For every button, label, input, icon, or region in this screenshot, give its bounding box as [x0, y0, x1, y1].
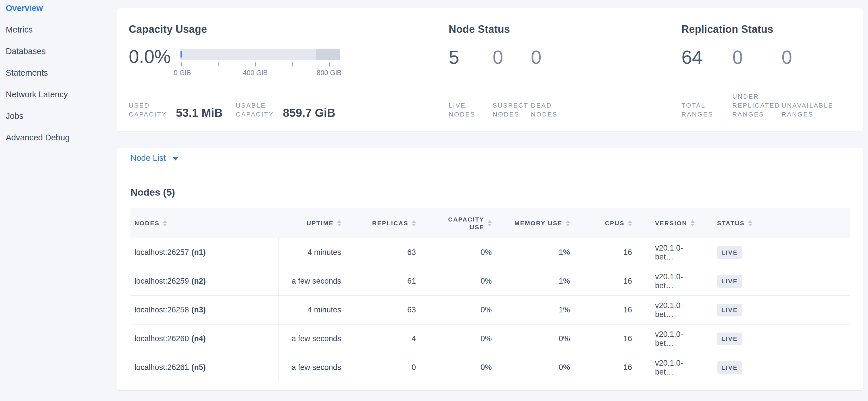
capacity-axis-labels: 0 GiB 400 GiB 800 GiB — [180, 69, 340, 77]
sort-icon — [337, 220, 341, 226]
used-capacity-stat: USED CAPACITY 53.1 MiB — [129, 101, 222, 119]
table-row: localhost:26260 (n4) a few seconds 4 0% … — [130, 324, 850, 353]
column-header-version[interactable]: VERSION — [635, 208, 697, 238]
capacity-use-cell: 0% — [419, 324, 495, 353]
column-header-status[interactable]: STATUS — [697, 208, 850, 238]
status-cell: LIVE — [697, 296, 850, 324]
memory-use-cell: 0% — [495, 353, 573, 382]
status-badge: LIVE — [717, 304, 742, 316]
column-header-nodes[interactable]: NODES — [130, 208, 279, 238]
nodes-table: NODES UPTIME REPLICAS CAPACITY USE — [130, 208, 850, 382]
node-list-card: Node List Nodes (5) NODES UPTIME — [117, 148, 863, 391]
chevron-down-icon — [173, 157, 179, 161]
usable-capacity-stat: USABLE CAPACITY 859.7 GiB — [236, 101, 335, 119]
total-ranges-value: 64 — [681, 47, 732, 67]
node-link[interactable]: localhost:26260 (n4) — [130, 324, 279, 353]
capacity-usage-title: Capacity Usage — [129, 23, 445, 35]
unavailable-ranges-label: UNAVAILABLE RANGES — [781, 101, 851, 119]
axis-label-0gib: 0 GiB — [174, 69, 191, 77]
dead-nodes-value: 0 — [531, 47, 560, 67]
status-badge: LIVE — [717, 246, 742, 259]
axis-label-800gib: 800 GiB — [317, 69, 342, 77]
column-header-uptime[interactable]: UPTIME — [279, 208, 344, 238]
node-address: localhost:26258 — [134, 306, 189, 314]
usable-capacity-value: 859.7 GiB — [283, 107, 335, 119]
cluster-summary-card: Capacity Usage 0.0% — [117, 8, 863, 132]
sidebar-item-advanced-debug[interactable]: Advanced Debug — [0, 131, 117, 153]
sort-icon — [691, 220, 695, 226]
dead-nodes-stat: 0 DEAD NODES — [531, 47, 560, 119]
total-ranges-label: TOTAL RANGES — [681, 101, 713, 119]
under-replicated-ranges-label: UNDER-REPLICATED RANGES — [732, 92, 781, 119]
column-header-cpus[interactable]: CPUS — [573, 208, 635, 238]
used-capacity-label: USED CAPACITY — [129, 101, 169, 119]
live-nodes-stat: 5 LIVE NODES — [449, 47, 493, 119]
axis-label-400gib: 400 GiB — [243, 69, 268, 77]
node-address: localhost:26259 — [134, 277, 189, 286]
table-row: localhost:26261 (n5) a few seconds 0 0% … — [130, 353, 850, 382]
sidebar-item-overview[interactable]: Overview — [0, 2, 117, 23]
under-replicated-ranges-value: 0 — [732, 47, 781, 67]
table-row: localhost:26257 (n1) 4 minutes 63 0% 1% … — [130, 238, 850, 267]
capacity-axis-ticks — [180, 62, 340, 68]
memory-use-cell: 0% — [495, 324, 573, 353]
uptime-cell: a few seconds — [279, 353, 344, 382]
node-link[interactable]: localhost:26261 (n5) — [130, 353, 279, 382]
status-badge: LIVE — [717, 275, 742, 288]
node-list-bar: Node List — [117, 148, 863, 168]
node-id: (n5) — [191, 363, 206, 372]
node-list-dropdown[interactable]: Node List — [130, 153, 179, 163]
node-id: (n1) — [191, 248, 206, 257]
node-id: (n2) — [191, 277, 206, 286]
version-cell: v20.1.0-bet… — [635, 353, 697, 382]
node-link[interactable]: localhost:26258 (n3) — [130, 296, 279, 324]
memory-use-cell: 1% — [495, 296, 573, 324]
table-row: localhost:26258 (n3) 4 minutes 63 0% 1% … — [130, 296, 850, 324]
sort-icon — [748, 220, 752, 226]
cpus-cell: 16 — [573, 324, 635, 353]
version-cell: v20.1.0-bet… — [635, 267, 697, 295]
under-replicated-ranges-stat: 0 UNDER-REPLICATED RANGES — [732, 47, 781, 119]
sort-icon — [566, 220, 570, 226]
status-badge: LIVE — [717, 333, 742, 345]
replication-status-title: Replication Status — [681, 23, 851, 35]
node-link[interactable]: localhost:26259 (n2) — [130, 267, 279, 295]
version-cell: v20.1.0-bet… — [635, 238, 697, 267]
node-id: (n3) — [191, 306, 206, 314]
nodes-table-section: Nodes (5) NODES UPTIME REPLICAS — [117, 168, 863, 382]
used-capacity-marker — [181, 51, 182, 58]
capacity-usage-section: Capacity Usage 0.0% — [129, 23, 445, 119]
node-list-dropdown-label: Node List — [130, 153, 166, 163]
unavailable-ranges-stat: 0 UNAVAILABLE RANGES — [781, 47, 851, 119]
live-nodes-value: 5 — [449, 47, 493, 67]
column-header-memory-use[interactable]: MEMORY USE — [495, 208, 573, 238]
reserved-capacity-segment — [316, 49, 340, 60]
uptime-cell: 4 minutes — [279, 296, 344, 324]
capacity-use-cell: 0% — [419, 238, 495, 267]
cpus-cell: 16 — [573, 238, 635, 267]
usable-capacity-bar — [180, 49, 340, 60]
memory-use-cell: 1% — [495, 238, 573, 267]
status-cell: LIVE — [697, 267, 850, 295]
node-link[interactable]: localhost:26257 (n1) — [130, 238, 279, 267]
column-header-capacity-use[interactable]: CAPACITY USE — [419, 208, 495, 238]
suspect-nodes-label: SUSPECT NODES — [493, 101, 530, 119]
replicas-cell: 61 — [344, 267, 419, 295]
suspect-nodes-value: 0 — [493, 47, 531, 67]
sidebar-item-network-latency[interactable]: Network Latency — [0, 88, 117, 110]
live-nodes-label: LIVE NODES — [449, 101, 477, 119]
total-ranges-stat: 64 TOTAL RANGES — [681, 47, 732, 119]
sidebar-item-databases[interactable]: Databases — [0, 45, 117, 66]
sidebar-item-jobs[interactable]: Jobs — [0, 110, 117, 131]
sidebar-item-metrics[interactable]: Metrics — [0, 23, 117, 45]
memory-use-cell: 1% — [495, 267, 573, 295]
uptime-cell: a few seconds — [279, 267, 344, 295]
column-header-replicas[interactable]: REPLICAS — [344, 208, 419, 238]
table-header-row: NODES UPTIME REPLICAS CAPACITY USE — [130, 208, 850, 238]
capacity-use-cell: 0% — [419, 267, 495, 295]
node-status-title: Node Status — [449, 23, 676, 35]
usable-capacity-label: USABLE CAPACITY — [236, 101, 276, 119]
replicas-cell: 63 — [344, 238, 419, 267]
sidebar-item-statements[interactable]: Statements — [0, 66, 117, 88]
status-cell: LIVE — [697, 324, 850, 353]
